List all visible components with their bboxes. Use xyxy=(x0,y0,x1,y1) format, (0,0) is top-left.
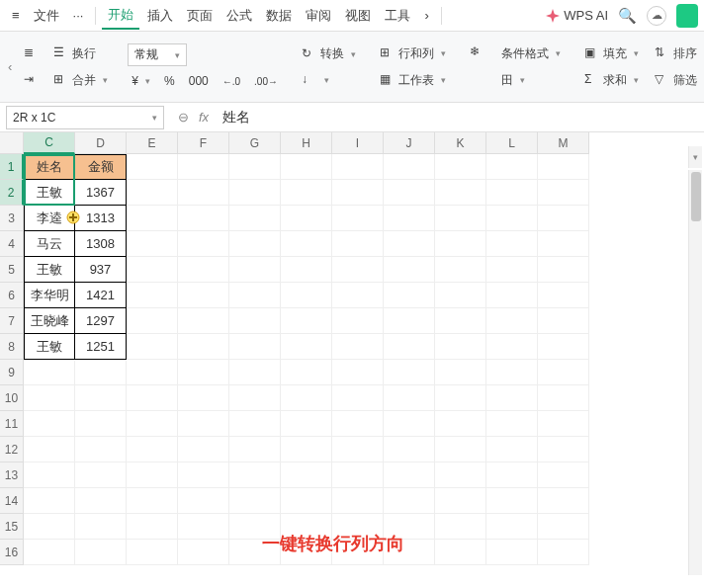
cell-D5[interactable]: 937 xyxy=(75,257,127,283)
cell-L12[interactable] xyxy=(486,437,538,462)
filter-button[interactable]: ▽筛选▾ xyxy=(651,70,704,91)
cell-L6[interactable] xyxy=(486,283,538,308)
cell-F8[interactable] xyxy=(178,334,229,360)
row-header-16[interactable]: 16 xyxy=(0,540,24,565)
cell-L14[interactable] xyxy=(486,488,538,514)
cell-L8[interactable] xyxy=(486,334,538,360)
cell-E15[interactable] xyxy=(127,514,178,540)
cell-M6[interactable] xyxy=(538,283,589,308)
decimal-increase[interactable]: ←.0 xyxy=(219,74,244,89)
column-header-C[interactable]: C xyxy=(24,132,75,154)
cell-L11[interactable] xyxy=(486,411,538,437)
cell-E7[interactable] xyxy=(127,308,178,334)
cloud-icon[interactable]: ☁ xyxy=(647,6,666,26)
cell-F14[interactable] xyxy=(178,488,229,514)
cell-E14[interactable] xyxy=(127,488,178,514)
row-header-3[interactable]: 3 xyxy=(0,206,24,231)
cell-D3[interactable]: 1313 xyxy=(75,206,127,231)
tab-page[interactable]: 页面 xyxy=(181,3,219,29)
cell-F15[interactable] xyxy=(178,514,229,540)
search-icon[interactable]: 🔍 xyxy=(618,7,637,25)
cell-M2[interactable] xyxy=(538,180,589,206)
tab-tools[interactable]: 工具 xyxy=(379,3,416,29)
tab-home[interactable]: 开始 xyxy=(102,2,139,30)
spreadsheet-grid[interactable]: CDEFGHIJKLM 1姓名金额2王敏13673李逵13134马云13085王… xyxy=(0,132,704,565)
cell-K15[interactable] xyxy=(435,514,486,540)
cell-H10[interactable] xyxy=(281,385,332,411)
cell-I5[interactable] xyxy=(332,257,384,283)
cell-C3[interactable]: 李逵 xyxy=(24,206,75,231)
cell-I1[interactable] xyxy=(332,154,384,180)
cell-J14[interactable] xyxy=(384,488,435,514)
cell-K11[interactable] xyxy=(435,411,486,437)
cell-D7[interactable]: 1297 xyxy=(75,308,127,334)
cell-D14[interactable] xyxy=(75,488,127,514)
cell-M8[interactable] xyxy=(538,334,589,360)
convert-button[interactable]: ↻转换▾ xyxy=(298,43,360,64)
cell-H3[interactable] xyxy=(281,206,332,231)
cell-F7[interactable] xyxy=(178,308,229,334)
cell-G3[interactable] xyxy=(229,206,281,231)
column-header-I[interactable]: I xyxy=(332,132,384,154)
cell-F12[interactable] xyxy=(178,437,229,462)
cell-G6[interactable] xyxy=(229,283,281,308)
cell-D9[interactable] xyxy=(75,360,127,385)
cell-M15[interactable] xyxy=(538,514,589,540)
cell-K6[interactable] xyxy=(435,283,486,308)
row-header-8[interactable]: 8 xyxy=(0,334,24,360)
cell-F4[interactable] xyxy=(178,231,229,257)
cell-J5[interactable] xyxy=(384,257,435,283)
name-box[interactable]: 2R x 1C ▾ xyxy=(6,106,164,129)
cell-J10[interactable] xyxy=(384,385,435,411)
sum-button[interactable]: Σ求和▾ xyxy=(580,70,643,91)
row-header-12[interactable]: 12 xyxy=(0,437,24,462)
indent-icon[interactable]: ⇥ xyxy=(20,70,44,90)
cell-M13[interactable] xyxy=(538,462,589,488)
cell-H6[interactable] xyxy=(281,283,332,308)
list-icon[interactable]: ≣ xyxy=(20,43,44,63)
cell-J13[interactable] xyxy=(384,462,435,488)
column-header-H[interactable]: H xyxy=(281,132,332,154)
cell-D13[interactable] xyxy=(75,462,127,488)
cell-D6[interactable]: 1421 xyxy=(75,283,127,308)
merge-cells-button[interactable]: ⊞合并▾ xyxy=(49,70,112,91)
cell-M16[interactable] xyxy=(538,540,589,565)
row-header-15[interactable]: 15 xyxy=(0,514,24,540)
row-header-5[interactable]: 5 xyxy=(0,257,24,283)
table-style-button[interactable]: 田▾ xyxy=(497,70,529,91)
cell-E11[interactable] xyxy=(127,411,178,437)
cell-E13[interactable] xyxy=(127,462,178,488)
cell-F3[interactable] xyxy=(178,206,229,231)
row-header-14[interactable]: 14 xyxy=(0,488,24,514)
column-header-G[interactable]: G xyxy=(229,132,281,154)
number-format-dropdown[interactable]: 常规▾ xyxy=(128,43,187,66)
freeze-button[interactable]: ❄ xyxy=(466,42,489,92)
cell-K7[interactable] xyxy=(435,308,486,334)
cell-M4[interactable] xyxy=(538,231,589,257)
cell-G13[interactable] xyxy=(229,462,281,488)
column-header-J[interactable]: J xyxy=(384,132,435,154)
cell-I7[interactable] xyxy=(332,308,384,334)
cell-E2[interactable] xyxy=(127,180,178,206)
cell-E6[interactable] xyxy=(127,283,178,308)
cell-L16[interactable] xyxy=(486,540,538,565)
column-header-E[interactable]: E xyxy=(127,132,178,154)
cell-F2[interactable] xyxy=(178,180,229,206)
cell-L10[interactable] xyxy=(486,385,538,411)
cell-E1[interactable] xyxy=(127,154,178,180)
cell-G7[interactable] xyxy=(229,308,281,334)
user-avatar[interactable] xyxy=(676,4,698,28)
cell-J12[interactable] xyxy=(384,437,435,462)
row-header-10[interactable]: 10 xyxy=(0,385,24,411)
cell-C2[interactable]: 王敏 xyxy=(24,180,75,206)
cell-F6[interactable] xyxy=(178,283,229,308)
more-menu[interactable]: ··· xyxy=(67,4,90,27)
row-header-2[interactable]: 2 xyxy=(0,180,24,206)
cell-C15[interactable] xyxy=(24,514,75,540)
cell-L7[interactable] xyxy=(486,308,538,334)
cell-F16[interactable] xyxy=(178,540,229,565)
cell-M12[interactable] xyxy=(538,437,589,462)
column-header-F[interactable]: F xyxy=(178,132,229,154)
cell-J11[interactable] xyxy=(384,411,435,437)
cell-G4[interactable] xyxy=(229,231,281,257)
